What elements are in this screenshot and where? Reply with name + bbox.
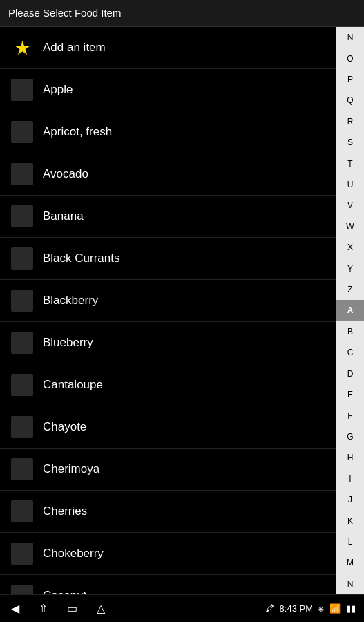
list-item-label: Chokeberry bbox=[43, 547, 104, 560]
alpha-letter-R[interactable]: R bbox=[336, 111, 364, 132]
content-area: ★Add an itemAppleApricot, freshAvocadoBa… bbox=[0, 27, 364, 594]
alpha-letter-E[interactable]: E bbox=[336, 384, 364, 405]
alpha-letter-O[interactable]: O bbox=[336, 48, 364, 68]
alpha-letter-S[interactable]: S bbox=[336, 132, 364, 153]
list-item-label: Cantaloupe bbox=[43, 378, 103, 392]
list-item-chokeberry[interactable]: Chokeberry bbox=[0, 533, 336, 575]
alpha-letter-F[interactable]: F bbox=[336, 405, 364, 426]
alpha-letter-Y[interactable]: Y bbox=[336, 258, 364, 279]
list-item-avocado[interactable]: Avocado bbox=[0, 153, 336, 196]
food-icon bbox=[10, 120, 35, 144]
food-icon bbox=[10, 288, 35, 313]
food-icon bbox=[10, 162, 35, 187]
list-item-cherimoya[interactable]: Cherimoya bbox=[0, 449, 336, 491]
list-item-label: Apricot, fresh bbox=[43, 125, 112, 139]
usb-icon: 🖍 bbox=[265, 603, 274, 614]
list-item-apple[interactable]: Apple bbox=[0, 69, 336, 111]
bluetooth-icon: ⎈ bbox=[318, 603, 324, 614]
list-item-label: Black Currants bbox=[43, 252, 119, 265]
alpha-letter-H[interactable]: H bbox=[336, 447, 364, 468]
wifi-icon: 📶 bbox=[329, 603, 341, 614]
nav-buttons: ◀ ⇧ ▭ △ bbox=[8, 599, 108, 618]
battery-icon: ▮▮ bbox=[346, 603, 356, 614]
food-icon bbox=[10, 246, 35, 271]
alpha-index: NOPQRSTUVWXYZABCDEFGHIJKLMN bbox=[336, 27, 364, 594]
list-item-label: Coconut bbox=[43, 589, 86, 594]
list-item-blueberry[interactable]: Blueberry bbox=[0, 322, 336, 364]
food-icon bbox=[10, 77, 35, 102]
list-item-cherries[interactable]: Cherries bbox=[0, 491, 336, 533]
alpha-letter-D[interactable]: D bbox=[336, 364, 364, 384]
list-item-label: Cherimoya bbox=[43, 462, 99, 476]
list-item-blackberry[interactable]: Blackberry bbox=[0, 280, 336, 322]
alpha-letter-N[interactable]: N bbox=[336, 27, 364, 48]
alpha-letter-K[interactable]: K bbox=[336, 510, 364, 531]
alpha-letter-L[interactable]: L bbox=[336, 531, 364, 552]
alpha-letter-U[interactable]: U bbox=[336, 174, 364, 195]
alpha-letter-I[interactable]: I bbox=[336, 469, 364, 489]
food-icon bbox=[10, 204, 35, 229]
alpha-letter-X[interactable]: X bbox=[336, 237, 364, 258]
alpha-letter-T[interactable]: T bbox=[336, 153, 364, 173]
alpha-letter-W[interactable]: W bbox=[336, 216, 364, 237]
star-icon: ★ bbox=[10, 35, 35, 60]
list-item-label: Blackberry bbox=[43, 294, 98, 308]
alpha-letter-A[interactable]: A bbox=[336, 300, 364, 321]
home-button[interactable]: ⇧ bbox=[36, 599, 50, 618]
food-icon bbox=[10, 415, 35, 440]
list-item-add-item[interactable]: ★Add an item bbox=[0, 27, 336, 69]
alpha-letter-P[interactable]: P bbox=[336, 69, 364, 90]
time-display: 8:43 PM bbox=[280, 603, 313, 614]
list-item-chayote[interactable]: Chayote bbox=[0, 406, 336, 449]
list-item-banana[interactable]: Banana bbox=[0, 196, 336, 238]
status-right: 🖍 8:43 PM ⎈ 📶 ▮▮ bbox=[265, 603, 356, 614]
title-bar: Please Select Food Item bbox=[0, 0, 364, 27]
list-item-coconut[interactable]: Coconut bbox=[0, 575, 336, 594]
recents-button[interactable]: ▭ bbox=[64, 599, 80, 618]
list-item-label: Add an item bbox=[43, 41, 106, 55]
list-item-label: Chayote bbox=[43, 420, 86, 434]
list-item-cantaloupe[interactable]: Cantaloupe bbox=[0, 364, 336, 406]
page-title: Please Select Food Item bbox=[8, 7, 121, 19]
alpha-letter-J[interactable]: J bbox=[336, 489, 364, 510]
menu-button[interactable]: △ bbox=[94, 599, 108, 618]
app-container: Please Select Food Item ★Add an itemAppl… bbox=[0, 0, 364, 622]
list-item-label: Apple bbox=[43, 83, 73, 97]
food-icon bbox=[10, 499, 35, 524]
list-item-black-currants[interactable]: Black Currants bbox=[0, 238, 336, 280]
food-icon bbox=[10, 583, 35, 594]
food-icon bbox=[10, 457, 35, 482]
list-item-apricot[interactable]: Apricot, fresh bbox=[0, 111, 336, 153]
alpha-letter-V[interactable]: V bbox=[336, 195, 364, 216]
list-item-label: Cherries bbox=[43, 505, 87, 518]
list-item-label: Avocado bbox=[43, 167, 88, 181]
alpha-letter-B[interactable]: B bbox=[336, 321, 364, 342]
alpha-letter-G[interactable]: G bbox=[336, 426, 364, 447]
food-icon bbox=[10, 330, 35, 355]
list-item-label: Blueberry bbox=[43, 336, 93, 350]
alpha-letter-M[interactable]: M bbox=[336, 552, 364, 573]
list-item-label: Banana bbox=[43, 209, 84, 223]
back-button[interactable]: ◀ bbox=[8, 599, 22, 618]
alpha-letter-C[interactable]: C bbox=[336, 342, 364, 363]
alpha-letter-Q[interactable]: Q bbox=[336, 90, 364, 111]
status-bar: ◀ ⇧ ▭ △ 🖍 8:43 PM ⎈ 📶 ▮▮ bbox=[0, 594, 364, 622]
food-list[interactable]: ★Add an itemAppleApricot, freshAvocadoBa… bbox=[0, 27, 336, 594]
food-icon bbox=[10, 373, 35, 397]
alpha-letter-N[interactable]: N bbox=[336, 574, 364, 594]
food-icon bbox=[10, 541, 35, 566]
alpha-letter-Z[interactable]: Z bbox=[336, 279, 364, 300]
